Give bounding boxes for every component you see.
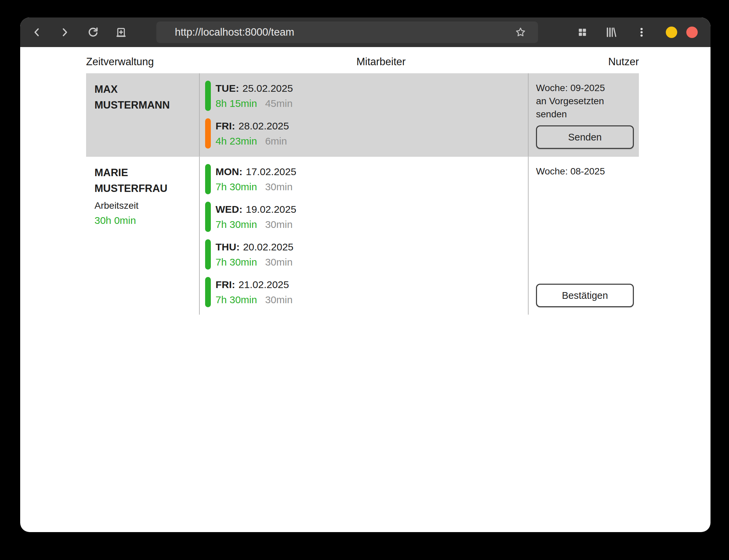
entry-day: FRI: [216, 279, 235, 290]
close-window-button[interactable] [686, 27, 698, 38]
entry-day: FRI: [216, 120, 235, 131]
entry-work-time: 8h 15min [216, 98, 257, 109]
time-entry: TUE:25.02.2025 8h 15min45min [205, 81, 521, 111]
employee-name: MUSTERFRAU [94, 181, 192, 196]
minimize-window-button[interactable] [666, 27, 677, 38]
menu-button[interactable] [635, 26, 648, 39]
entry-day: TUE: [216, 83, 239, 94]
new-tab-icon [115, 26, 127, 38]
nav-item-nutzer[interactable]: Nutzer [608, 56, 639, 68]
nav-item-mitarbeiter[interactable]: Mitarbeiter [356, 56, 406, 68]
entry-break-time: 30min [265, 256, 293, 268]
bookmark-star-icon[interactable] [514, 26, 527, 38]
app-header: Zeitverwaltung Mitarbeiter Nutzer [86, 56, 639, 68]
status-bar [205, 202, 211, 232]
entry-date: 28.02.2025 [238, 120, 289, 131]
table-row-max-mustermann: MAX MUSTERMANN TUE:25.02.2025 8h 15min45… [86, 73, 639, 157]
week-label: Woche: 09-2025 [536, 81, 634, 94]
entry-work-time: 7h 30min [216, 181, 257, 192]
entry-time-line: 7h 30min30min [216, 292, 293, 307]
employee-name-cell: MARIE MUSTERFRAU Arbeitszeit 30h 0min [86, 157, 199, 315]
entry-day: WED: [216, 204, 242, 215]
entry-time-line: 7h 30min30min [216, 254, 294, 270]
entry-date: 21.02.2025 [238, 279, 289, 290]
page-content: Zeitverwaltung Mitarbeiter Nutzer MAX MU… [20, 47, 711, 315]
entry-break-time: 30min [265, 294, 293, 305]
employee-name: MUSTERMANN [94, 97, 192, 113]
employee-name: MARIE [94, 165, 192, 181]
browser-toolbar: http://localhost:8000/team [20, 17, 711, 47]
status-bar [205, 118, 211, 149]
entry-time-line: 7h 30min30min [216, 179, 296, 194]
time-entry: MON:17.02.2025 7h 30min30min [205, 164, 521, 194]
browser-window: http://localhost:8000/team [20, 17, 711, 532]
week-actions-cell: Woche: 09-2025 an Vorgesetzten senden Se… [528, 73, 639, 156]
forward-icon [59, 27, 70, 38]
entry-time-line: 8h 15min45min [216, 96, 293, 111]
table-row-marie-musterfrau: MARIE MUSTERFRAU Arbeitszeit 30h 0min MO… [86, 157, 639, 315]
app-title: Zeitverwaltung [86, 56, 154, 68]
entry-break-time: 6min [265, 135, 287, 147]
entry-work-time: 4h 23min [216, 135, 257, 147]
entry-date-line: MON:17.02.2025 [216, 164, 296, 179]
new-tab-button[interactable] [114, 26, 128, 39]
pages-grid-icon [577, 27, 588, 38]
status-bar [205, 239, 211, 270]
worktime-total: 30h 0min [94, 213, 192, 228]
time-entry: THU:20.02.2025 7h 30min30min [205, 239, 521, 270]
url-text: http://localhost:8000/team [156, 26, 294, 38]
week-actions-cell: Woche: 08-2025 Bestätigen [528, 157, 639, 315]
senden-button[interactable]: Senden [536, 125, 634, 149]
entry-time-line: 7h 30min30min [216, 217, 296, 232]
entry-work-time: 7h 30min [216, 219, 257, 230]
entry-break-time: 30min [265, 181, 293, 192]
time-entry: FRI:21.02.2025 7h 30min30min [205, 277, 521, 307]
entry-date-line: FRI:21.02.2025 [216, 277, 293, 292]
week-label: an Vorgesetzten [536, 94, 634, 108]
bestaetigen-button[interactable]: Bestätigen [536, 284, 634, 307]
back-button[interactable] [30, 26, 44, 39]
entry-date-line: TUE:25.02.2025 [216, 81, 293, 96]
kebab-menu-icon [636, 27, 647, 38]
entry-time-line: 4h 23min6min [216, 133, 289, 149]
week-label: senden [536, 108, 634, 121]
reload-button[interactable] [86, 26, 100, 39]
time-entries-cell: TUE:25.02.2025 8h 15min45min FRI:28.02.2… [199, 73, 528, 156]
forward-button[interactable] [58, 26, 71, 39]
entry-break-time: 45min [265, 98, 293, 109]
employee-name: MAX [94, 81, 192, 97]
status-bar [205, 81, 211, 111]
entry-date: 19.02.2025 [246, 204, 296, 215]
library-button[interactable] [604, 26, 618, 39]
entry-date: 17.02.2025 [246, 166, 296, 177]
entry-work-time: 7h 30min [216, 294, 257, 305]
status-bar [205, 164, 211, 194]
entry-date-line: THU:20.02.2025 [216, 239, 294, 254]
employee-table: MAX MUSTERMANN TUE:25.02.2025 8h 15min45… [86, 73, 639, 315]
pages-overview-button[interactable] [576, 26, 589, 39]
time-entry: WED:19.02.2025 7h 30min30min [205, 202, 521, 232]
worktime-label: Arbeitszeit [94, 198, 192, 213]
url-bar[interactable]: http://localhost:8000/team [156, 22, 538, 43]
reload-icon [87, 26, 99, 38]
time-entry: FRI:28.02.2025 4h 23min6min [205, 118, 521, 149]
back-icon [31, 27, 43, 38]
entry-day: THU: [216, 241, 240, 252]
library-books-icon [605, 26, 617, 38]
time-entries-cell: MON:17.02.2025 7h 30min30min WED:19.02.2… [199, 157, 528, 315]
employee-name-cell: MAX MUSTERMANN [86, 73, 199, 156]
week-label: Woche: 08-2025 [536, 165, 634, 178]
entry-day: MON: [216, 166, 242, 177]
entry-date-line: WED:19.02.2025 [216, 202, 296, 217]
entry-work-time: 7h 30min [216, 256, 257, 268]
entry-date: 20.02.2025 [243, 241, 294, 252]
entry-date: 25.02.2025 [242, 83, 293, 94]
entry-break-time: 30min [265, 219, 293, 230]
entry-date-line: FRI:28.02.2025 [216, 118, 289, 133]
status-bar [205, 277, 211, 307]
